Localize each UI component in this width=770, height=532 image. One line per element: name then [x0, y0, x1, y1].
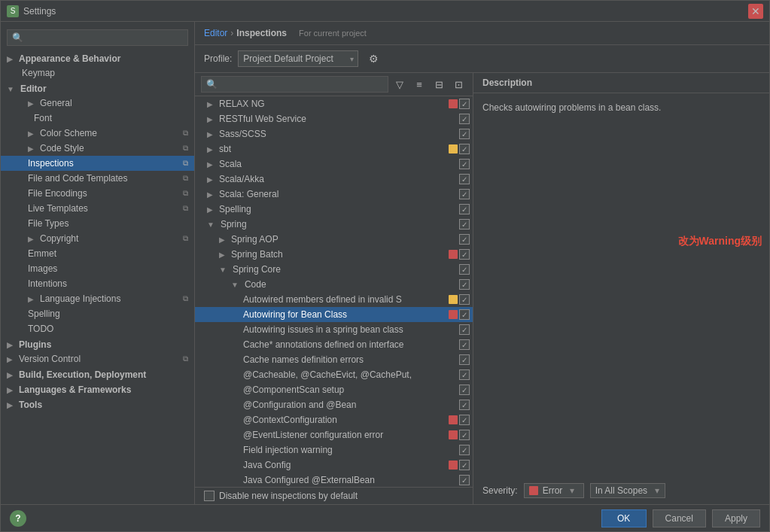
inspection-event-listener[interactable]: @EventListener configuration error ✓ — [195, 427, 473, 442]
enabled-checkbox[interactable]: ✓ — [459, 189, 470, 199]
expand-icon: ▶ — [7, 386, 13, 394]
filter-button[interactable]: ▽ — [391, 76, 408, 93]
sidebar-item-editor[interactable]: ▼ Editor — [1, 81, 194, 96]
sidebar-item-tools[interactable]: ▶ Tools — [1, 397, 194, 412]
disable-new-inspections[interactable]: Disable new inspections by default — [204, 491, 358, 501]
enabled-checkbox[interactable]: ✓ — [459, 114, 470, 124]
for-current-project[interactable]: For current project — [299, 29, 367, 38]
sidebar-item-file-templates[interactable]: File and Code Templates ⧉ — [1, 171, 194, 186]
gear-button[interactable]: ⚙ — [364, 50, 382, 68]
enabled-checkbox[interactable]: ✓ — [459, 309, 470, 320]
enabled-checkbox[interactable]: ✓ — [459, 460, 470, 470]
sidebar-item-images[interactable]: Images — [1, 261, 194, 276]
enabled-checkbox[interactable]: ✓ — [459, 430, 470, 440]
enabled-checkbox[interactable]: ✓ — [459, 144, 470, 154]
enabled-checkbox[interactable]: ✓ — [459, 279, 470, 290]
enabled-checkbox[interactable]: ✓ — [459, 445, 470, 455]
sidebar-item-inspections[interactable]: Inspections ⧉ — [1, 156, 194, 171]
inspection-spring-core[interactable]: ▼ Spring Core ✓ — [195, 262, 473, 277]
enabled-checkbox[interactable]: ✓ — [459, 294, 470, 305]
sidebar-search-input[interactable] — [7, 29, 188, 46]
inspection-java-configured[interactable]: Java Configured @ExternalBean ✓ — [195, 473, 473, 487]
inspection-cache-annotations[interactable]: Cache* annotations defined on interface … — [195, 337, 473, 352]
sidebar-item-build-execution[interactable]: ▶ Build, Execution, Deployment — [1, 366, 194, 382]
inspection-context-config[interactable]: @ContextConfiguration ✓ — [195, 412, 473, 427]
sidebar-item-emmet[interactable]: Emmet — [1, 246, 194, 261]
apply-button[interactable]: Apply — [712, 509, 760, 527]
inspection-restful[interactable]: ▶ RESTful Web Service ✓ — [195, 111, 473, 126]
restore-button[interactable]: ⊡ — [450, 76, 467, 93]
sidebar-item-copyright[interactable]: ▶ Copyright ⧉ — [1, 231, 194, 246]
sidebar-item-language-injections[interactable]: ▶ Language Injections ⧉ — [1, 291, 194, 306]
breadcrumb-editor[interactable]: Editor — [204, 28, 227, 38]
chevron-icon: ▶ — [207, 130, 213, 138]
enabled-checkbox[interactable]: ✓ — [459, 385, 470, 395]
sidebar-item-live-templates[interactable]: Live Templates ⧉ — [1, 201, 194, 216]
inspection-code[interactable]: ▼ Code ✓ — [195, 277, 473, 292]
sidebar-item-code-style[interactable]: ▶ Code Style ⧉ — [1, 141, 194, 156]
enabled-checkbox[interactable]: ✓ — [459, 249, 470, 260]
sidebar-item-file-encodings[interactable]: File Encodings ⧉ — [1, 186, 194, 201]
enabled-checkbox[interactable]: ✓ — [459, 129, 470, 139]
enabled-checkbox[interactable]: ✓ — [459, 174, 470, 184]
enabled-checkbox[interactable]: ✓ — [459, 354, 470, 365]
expand-all-button[interactable]: ≡ — [411, 76, 428, 93]
sidebar-item-intentions[interactable]: Intentions — [1, 276, 194, 291]
help-button[interactable]: ? — [10, 510, 26, 527]
inspection-field-injection[interactable]: Field injection warning ✓ — [195, 442, 473, 458]
sidebar-item-todo[interactable]: TODO — [1, 321, 194, 336]
inspection-sbt[interactable]: ▶ sbt ✓ — [195, 141, 473, 157]
enabled-checkbox[interactable]: ✓ — [459, 219, 470, 230]
inspection-spring[interactable]: ▼ Spring ✓ — [195, 217, 473, 232]
scope-dropdown-trigger[interactable]: In All Scopes ▾ — [590, 483, 665, 498]
inspection-autowiring-spring[interactable]: Autowiring issues in a spring bean class… — [195, 322, 473, 337]
enabled-checkbox[interactable]: ✓ — [459, 159, 470, 169]
severity-dropdown-trigger[interactable]: Error ▾ — [524, 483, 584, 498]
inspection-autowiring-bean[interactable]: Autowiring for Bean Class ✓ — [195, 307, 473, 322]
enabled-checkbox[interactable]: ✓ — [459, 475, 470, 485]
sidebar-item-font[interactable]: Font — [1, 111, 194, 126]
sidebar-item-file-types[interactable]: File Types — [1, 216, 194, 231]
inspection-scala[interactable]: ▶ Scala ✓ — [195, 157, 473, 172]
collapse-all-button[interactable]: ⊟ — [431, 76, 447, 93]
enabled-checkbox[interactable]: ✓ — [459, 204, 470, 214]
inspections-search-input[interactable] — [201, 76, 388, 93]
inspection-spelling[interactable]: ▶ Spelling ✓ — [195, 202, 473, 217]
sidebar-item-color-scheme[interactable]: ▶ Color Scheme ⧉ — [1, 126, 194, 141]
sidebar-item-keymap[interactable]: Keymap — [1, 65, 194, 81]
enabled-checkbox[interactable]: ✓ — [459, 234, 470, 245]
enabled-checkbox[interactable]: ✓ — [459, 415, 470, 425]
enabled-checkbox[interactable]: ✓ — [459, 264, 470, 275]
inspection-java-config[interactable]: Java Config ✓ — [195, 458, 473, 473]
sidebar-item-languages-frameworks[interactable]: ▶ Languages & Frameworks — [1, 382, 194, 397]
sidebar-item-version-control[interactable]: ▶ Version Control ⧉ — [1, 351, 194, 366]
inspection-cache-names[interactable]: Cache names definition errors ✓ — [195, 352, 473, 367]
sidebar-item-spelling[interactable]: Spelling — [1, 306, 194, 321]
cancel-button[interactable]: Cancel — [653, 509, 706, 527]
sidebar-item-appearance[interactable]: ▶ Appearance & Behavior — [1, 50, 194, 65]
enabled-checkbox[interactable]: ✓ — [459, 369, 470, 380]
sidebar-search-container — [1, 25, 194, 50]
description-panel: Description Checks autowiring problems i… — [473, 73, 769, 504]
inspection-relax-ng[interactable]: ▶ RELAX NG ✓ — [195, 96, 473, 111]
enabled-checkbox[interactable]: ✓ — [459, 324, 470, 335]
inspection-spring-aop[interactable]: ▶ Spring AOP ✓ — [195, 232, 473, 247]
sidebar-item-general[interactable]: ▶ General — [1, 96, 194, 111]
enabled-checkbox[interactable]: ✓ — [459, 339, 470, 350]
sidebar-item-plugins[interactable]: ▶ Plugins — [1, 336, 194, 351]
inspection-component-scan[interactable]: @ComponentScan setup ✓ — [195, 382, 473, 397]
inspection-configuration-bean[interactable]: @Configuration and @Bean ✓ — [195, 397, 473, 412]
close-button[interactable]: ✕ — [748, 4, 763, 19]
inspection-autowired-invalid[interactable]: Autowired members defined in invalid S ✓ — [195, 292, 473, 307]
enabled-checkbox[interactable]: ✓ — [459, 99, 470, 109]
profile-select[interactable]: Project Default Project Default — [238, 50, 358, 67]
inspection-sass[interactable]: ▶ Sass/SCSS ✓ — [195, 126, 473, 141]
enabled-checkbox[interactable]: ✓ — [459, 400, 470, 410]
inspection-scala-general[interactable]: ▶ Scala: General ✓ — [195, 187, 473, 202]
inspection-cacheable[interactable]: @Cacheable, @CacheEvict, @CachePut, ✓ — [195, 367, 473, 382]
inspection-scala-akka[interactable]: ▶ Scala/Akka ✓ — [195, 172, 473, 187]
disable-checkbox[interactable] — [204, 491, 215, 501]
inspection-java-configured-label: Java Configured @ExternalBean — [243, 475, 375, 485]
inspection-spring-batch[interactable]: ▶ Spring Batch ✓ — [195, 247, 473, 262]
ok-button[interactable]: OK — [601, 509, 647, 527]
